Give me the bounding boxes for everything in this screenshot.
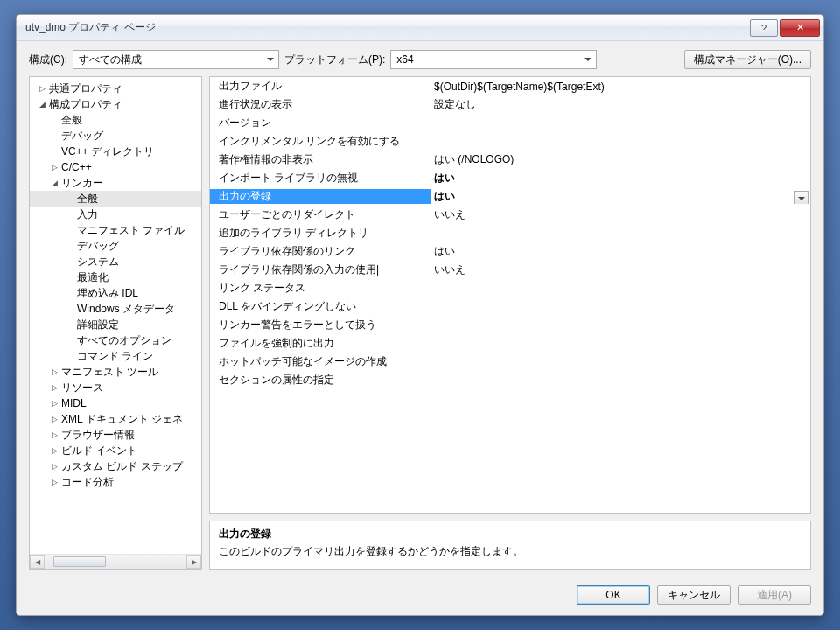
tree-item[interactable]: ▷マニフェスト ツール (30, 364, 201, 380)
property-row[interactable]: ファイルを強制的に出力 (210, 334, 810, 353)
collapsed-arrow-icon[interactable]: ▷ (49, 478, 60, 486)
tree-item[interactable]: Windows メタデータ (30, 301, 201, 317)
tree-item[interactable]: ▷C/C++ (30, 159, 201, 175)
property-row[interactable]: 出力の登録はい (210, 187, 810, 206)
property-name: リンク ステータス (210, 281, 430, 296)
property-row[interactable]: 進行状況の表示設定なし (210, 95, 810, 114)
tree-item[interactable]: ▷共通プロパティ (30, 80, 201, 96)
property-name: ライブラリ依存関係の入力の使用| (210, 262, 430, 277)
platform-combo[interactable]: x64 (390, 50, 597, 69)
body: ▷共通プロパティ◢構成プロパティ全般デバッグVC++ ディレクトリ▷C/C++◢… (17, 76, 823, 578)
tree-item[interactable]: ▷XML ドキュメント ジェネ (30, 411, 201, 427)
tree-body[interactable]: ▷共通プロパティ◢構成プロパティ全般デバッグVC++ ディレクトリ▷C/C++◢… (30, 77, 201, 554)
collapsed-arrow-icon[interactable]: ▷ (49, 383, 60, 392)
property-value[interactable]: 設定なし (430, 97, 810, 112)
tree-item-label: C/C++ (60, 161, 92, 173)
tree-item[interactable]: コマンド ライン (30, 348, 201, 364)
tree-item[interactable]: 詳細設定 (30, 317, 201, 332)
collapsed-arrow-icon[interactable]: ▷ (49, 462, 60, 471)
tree-item[interactable]: ▷コード分析 (30, 474, 201, 490)
property-row[interactable]: ユーザーごとのリダイレクトいいえ (210, 206, 810, 224)
tree-item[interactable]: ▷カスタム ビルド ステップ (30, 458, 201, 474)
tree-scrollbar[interactable]: ◀ ▶ (30, 554, 201, 569)
tree-item[interactable]: システム (30, 254, 201, 270)
close-button[interactable]: ✕ (780, 19, 820, 37)
property-value[interactable]: いいえ (430, 262, 810, 277)
tree-item[interactable]: すべてのオプション (30, 332, 201, 348)
tree-item[interactable]: ▷ブラウザー情報 (30, 427, 201, 443)
property-pages-dialog: utv_dmo プロパティ ページ ? ✕ 構成(C): すべての構成 プラット… (16, 14, 824, 616)
tree-item-label: 共通プロパティ (47, 81, 122, 96)
property-row[interactable]: バージョン (210, 114, 810, 132)
scroll-track[interactable] (45, 555, 186, 569)
collapsed-arrow-icon[interactable]: ▷ (49, 368, 60, 376)
property-name: DLL をバインディングしない (210, 299, 430, 314)
tree-item-label: 全般 (60, 113, 82, 128)
dropdown-icon[interactable] (794, 191, 808, 204)
property-value[interactable]: いいえ (430, 207, 810, 222)
property-value[interactable]: はい (/NOLOGO) (430, 152, 810, 167)
tree-item[interactable]: 全般 (30, 112, 201, 128)
tree-item[interactable]: マニフェスト ファイル (30, 222, 201, 238)
property-name: インポート ライブラリの無視 (210, 171, 430, 186)
property-row[interactable]: リンク ステータス (210, 279, 810, 298)
property-name: インクリメンタル リンクを有効にする (210, 134, 430, 149)
tree-item[interactable]: ◢構成プロパティ (30, 96, 201, 112)
property-name: ファイルを強制的に出力 (210, 336, 430, 351)
tree-item-label: 詳細設定 (75, 318, 119, 332)
tree-item[interactable]: ◢リンカー (30, 175, 201, 191)
description-heading: 出力の登録 (219, 527, 802, 542)
tree-item[interactable]: 埋め込み IDL (30, 285, 201, 301)
tree-item[interactable]: 最適化 (30, 270, 201, 285)
tree-item[interactable]: ▷ビルド イベント (30, 443, 201, 458)
tree-item-label: デバッグ (75, 239, 119, 254)
description-pane: 出力の登録 このビルドのプライマリ出力を登録するかどうかを指定します。 (209, 521, 811, 570)
property-name: リンカー警告をエラーとして扱う (210, 318, 430, 332)
property-row[interactable]: セクションの属性の指定 (210, 371, 810, 389)
property-value[interactable]: $(OutDir)$(TargetName)$(TargetExt) (430, 80, 810, 93)
collapsed-arrow-icon[interactable]: ▷ (49, 163, 60, 172)
property-row[interactable]: インクリメンタル リンクを有効にする (210, 132, 810, 150)
ok-button[interactable]: OK (577, 585, 650, 605)
expanded-arrow-icon[interactable]: ◢ (49, 178, 60, 187)
tree-item[interactable]: VC++ ディレクトリ (30, 144, 201, 159)
scroll-thumb[interactable] (53, 556, 106, 567)
tree-item[interactable]: デバッグ (30, 128, 201, 144)
platform-label: プラットフォーム(P): (284, 52, 385, 67)
tree-item[interactable]: デバッグ (30, 238, 201, 254)
tree-item[interactable]: 全般 (30, 191, 201, 206)
scroll-left-icon[interactable]: ◀ (30, 555, 45, 569)
scroll-right-icon[interactable]: ▶ (186, 555, 201, 569)
help-button[interactable]: ? (750, 19, 778, 37)
tree-item-label: VC++ ディレクトリ (60, 144, 154, 159)
tree-item[interactable]: ▷リソース (30, 380, 201, 396)
property-value[interactable]: はい (430, 171, 810, 186)
property-row[interactable]: ライブラリ依存関係のリンクはい (210, 242, 810, 261)
collapsed-arrow-icon[interactable]: ▷ (49, 415, 60, 424)
property-name: 出力の登録 (210, 189, 430, 204)
property-row[interactable]: 出力ファイル$(OutDir)$(TargetName)$(TargetExt) (210, 77, 810, 95)
property-row[interactable]: 著作権情報の非表示はい (/NOLOGO) (210, 150, 810, 169)
property-value[interactable]: はい (430, 189, 810, 204)
property-row[interactable]: リンカー警告をエラーとして扱う (210, 316, 810, 334)
cancel-button[interactable]: キャンセル (657, 585, 731, 605)
tree-item[interactable]: 入力 (30, 206, 201, 222)
apply-button[interactable]: 適用(A) (738, 585, 811, 605)
tree: ▷共通プロパティ◢構成プロパティ全般デバッグVC++ ディレクトリ▷C/C++◢… (29, 76, 202, 570)
collapsed-arrow-icon[interactable]: ▷ (37, 84, 47, 93)
collapsed-arrow-icon[interactable]: ▷ (49, 399, 60, 408)
collapsed-arrow-icon[interactable]: ▷ (49, 446, 60, 455)
property-row[interactable]: ライブラリ依存関係の入力の使用|いいえ (210, 261, 810, 279)
config-manager-button[interactable]: 構成マネージャー(O)... (684, 50, 811, 69)
property-row[interactable]: インポート ライブラリの無視はい (210, 169, 810, 187)
property-value[interactable]: はい (430, 244, 810, 259)
config-value: すべての構成 (79, 52, 142, 67)
property-row[interactable]: 追加のライブラリ ディレクトリ (210, 224, 810, 242)
tree-item[interactable]: ▷MIDL (30, 396, 201, 411)
property-grid[interactable]: 出力ファイル$(OutDir)$(TargetName)$(TargetExt)… (209, 76, 811, 514)
collapsed-arrow-icon[interactable]: ▷ (49, 430, 60, 439)
property-row[interactable]: ホットパッチ可能なイメージの作成 (210, 353, 810, 371)
expanded-arrow-icon[interactable]: ◢ (37, 100, 47, 108)
property-row[interactable]: DLL をバインディングしない (210, 298, 810, 316)
config-combo[interactable]: すべての構成 (73, 50, 279, 69)
